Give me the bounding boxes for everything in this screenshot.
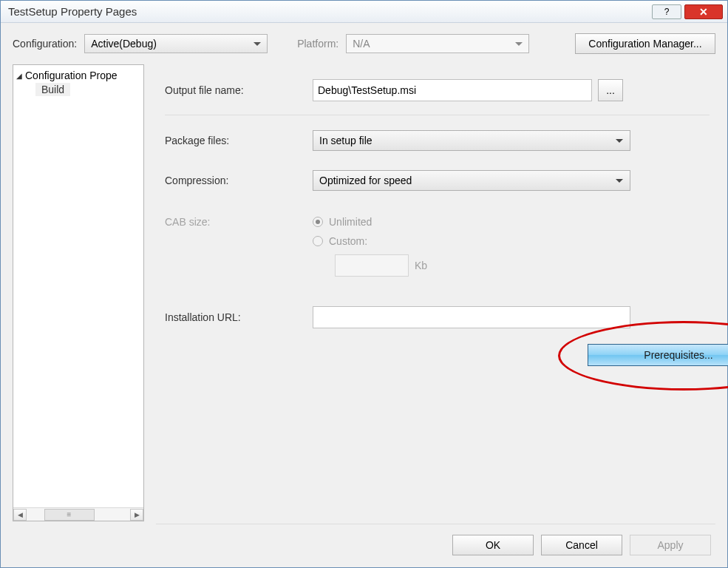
compression-row: Compression: Optimized for speed (165, 170, 710, 191)
package-files-label: Package files: (165, 135, 313, 146)
cab-unlimited-option: Unlimited (313, 216, 427, 228)
output-filename-input[interactable]: Debug\TestSetup.msi (313, 79, 592, 101)
configuration-label: Configuration: (13, 38, 77, 50)
configuration-manager-button[interactable]: Configuration Manager... (575, 33, 715, 54)
installation-url-row: Installation URL: (165, 306, 710, 328)
scroll-thumb[interactable] (44, 509, 95, 521)
close-button[interactable]: ✕ (684, 4, 723, 19)
browse-output-button[interactable]: ... (598, 79, 623, 101)
scroll-track[interactable] (27, 509, 130, 521)
tree-pane: ◢ Configuration Prope Build ◀ ▶ (13, 64, 144, 521)
ok-button[interactable]: OK (452, 535, 534, 555)
details-panel: Output file name: Debug\TestSetup.msi ..… (144, 64, 715, 521)
help-button[interactable]: ? (652, 4, 681, 19)
property-pages-dialog: TestSetup Property Pages ? ✕ Configurati… (0, 0, 728, 568)
tree-expand-icon[interactable]: ◢ (16, 72, 22, 80)
platform-label: Platform: (297, 38, 339, 50)
radio-unlimited (313, 217, 323, 227)
tree-body: ◢ Configuration Prope Build (13, 65, 143, 507)
compression-label: Compression: (165, 175, 313, 186)
output-filename-label: Output file name: (165, 84, 313, 96)
footer-buttons: OK Cancel Apply (452, 535, 711, 555)
scroll-right-button[interactable]: ▶ (130, 509, 143, 521)
package-files-row: Package files: In setup file (165, 130, 710, 151)
main-split: ◢ Configuration Prope Build ◀ ▶ Output f (13, 64, 715, 521)
radio-custom (313, 236, 323, 246)
apply-button: Apply (630, 535, 711, 555)
tree-item-build[interactable]: Build (35, 83, 70, 96)
platform-dropdown[interactable]: N/A (346, 34, 529, 53)
compression-dropdown[interactable]: Optimized for speed (313, 170, 630, 191)
installation-url-input[interactable] (313, 306, 630, 328)
cab-custom-kb-row: Kb (335, 254, 427, 277)
cab-kb-input (335, 254, 409, 277)
configuration-value: Active(Debug) (91, 38, 157, 50)
bottom-separator (156, 524, 715, 524)
configuration-dropdown[interactable]: Active(Debug) (84, 34, 268, 53)
scroll-left-button[interactable]: ◀ (13, 509, 27, 521)
horizontal-scrollbar[interactable]: ◀ ▶ (13, 507, 143, 521)
content-area: Configuration: Active(Debug) Platform: N… (1, 23, 727, 567)
cab-size-row: CAB size: Unlimited Custom: Kb (165, 216, 710, 277)
prerequisites-button[interactable]: Prerequisites... (588, 344, 728, 366)
title-bar: TestSetup Property Pages ? ✕ (1, 1, 727, 23)
cab-size-label: CAB size: (165, 216, 313, 228)
output-filename-row: Output file name: Debug\TestSetup.msi ..… (165, 79, 710, 101)
tree-root-configuration-properties[interactable]: ◢ Configuration Prope (13, 68, 143, 83)
tree-root-label: Configuration Prope (25, 70, 118, 81)
cab-custom-option: Custom: (313, 235, 427, 247)
installation-url-label: Installation URL: (165, 311, 313, 323)
platform-value: N/A (353, 38, 370, 50)
cab-kb-unit: Kb (415, 260, 427, 271)
cancel-button[interactable]: Cancel (541, 535, 622, 555)
window-title: TestSetup Property Pages (8, 5, 649, 18)
configuration-bar: Configuration: Active(Debug) Platform: N… (13, 33, 715, 54)
separator (165, 115, 710, 115)
package-files-dropdown[interactable]: In setup file (313, 130, 630, 151)
